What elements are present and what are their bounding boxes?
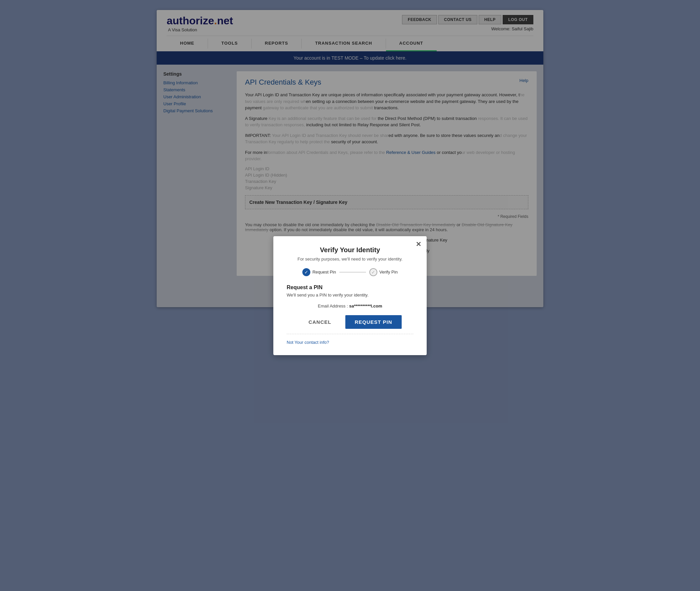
modal-section-title: Request a PIN (287, 284, 413, 290)
steps-row: ✓ Request Pin ✓ Verify Pin (287, 268, 413, 276)
step-request-pin-label: Request Pin (312, 269, 336, 274)
modal-close-button[interactable]: ✕ (416, 240, 421, 248)
modal-divider (287, 334, 413, 334)
email-row: Email Address : sa**********l.com (287, 304, 413, 309)
step-request-pin: ✓ Request Pin (302, 268, 336, 276)
modal-buttons: CANCEL REQUEST PIN (287, 315, 413, 329)
modal-section-desc: We'll send you a PIN to verify your iden… (287, 292, 413, 298)
request-pin-button[interactable]: REQUEST PIN (345, 315, 402, 329)
step-line (339, 272, 366, 272)
not-contact-row: Not Your contact info? (287, 339, 413, 345)
modal-cancel-button[interactable]: CANCEL (298, 315, 341, 329)
modal-title: Verify Your Identity (287, 246, 413, 254)
modal-subtitle: For security purposes, we'll need to ver… (287, 257, 413, 262)
not-contact-link[interactable]: Not Your contact info? (287, 340, 329, 345)
step-request-pin-icon: ✓ (302, 268, 310, 276)
email-label: Email Address : (318, 304, 348, 309)
step-verify-pin-icon: ✓ (369, 268, 377, 276)
modal-overlay: ✕ Verify Your Identity For security purp… (0, 0, 700, 591)
step-verify-pin: ✓ Verify Pin (369, 268, 398, 276)
verify-identity-modal: ✕ Verify Your Identity For security purp… (273, 236, 427, 355)
email-value: sa**********l.com (349, 304, 382, 309)
step-verify-pin-label: Verify Pin (379, 269, 398, 274)
